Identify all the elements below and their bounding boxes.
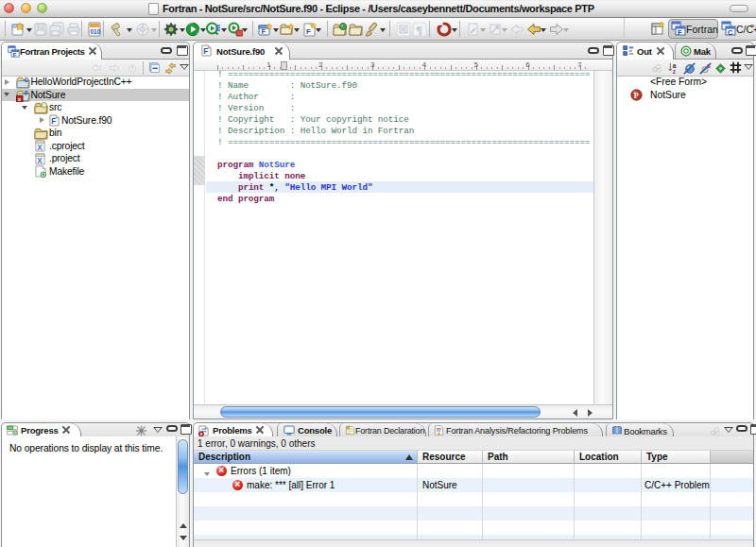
svg-text:F: F	[306, 27, 311, 36]
svg-text:X: X	[37, 156, 43, 164]
svg-text:F: F	[203, 47, 208, 56]
svg-text:¶: ¶	[416, 23, 422, 37]
svg-text:010: 010	[91, 28, 101, 35]
svg-text:C: C	[728, 28, 733, 37]
svg-text:F: F	[262, 28, 266, 35]
svg-text:C: C	[24, 77, 28, 83]
svg-text:P: P	[634, 92, 639, 100]
svg-text:F: F	[678, 28, 682, 37]
svg-text:X: X	[37, 144, 43, 152]
svg-text:F: F	[24, 89, 27, 95]
svg-text:z: z	[673, 68, 677, 75]
svg-text:F: F	[13, 51, 17, 58]
svg-text:F: F	[51, 117, 56, 126]
